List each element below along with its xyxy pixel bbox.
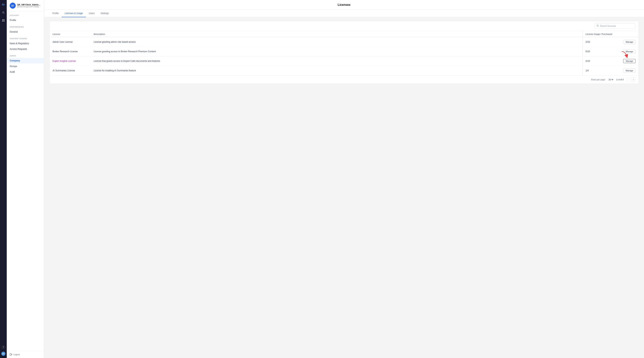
search-input[interactable] bbox=[600, 25, 634, 27]
usage-cell-2: 2/10 bbox=[582, 56, 620, 66]
tab-settings[interactable]: Settings bbox=[98, 10, 112, 17]
sidebar-user-details: QA_UM Client_Admin_User gausermanagement… bbox=[17, 4, 41, 8]
sidebar-item-general[interactable]: General bbox=[7, 29, 44, 35]
main-header: Licenses bbox=[44, 0, 644, 10]
sidebar-user-name: QA_UM Client_Admin_User bbox=[17, 4, 41, 6]
prev-page-button[interactable]: ‹ bbox=[626, 77, 630, 82]
description-cell-3: License for enabling AI Summaries featur… bbox=[91, 66, 582, 75]
licenses-card: License Description License Usage / Purc… bbox=[49, 21, 639, 84]
tabs-bar: ProfileLicenses & UsageUsersSettings bbox=[44, 10, 644, 17]
sidebar-section-account: ACCOUNT bbox=[7, 12, 44, 18]
sidebar-user-info: QC QA_UM Client_Admin_User gausermanagem… bbox=[7, 0, 44, 12]
table-row: AI Summaries LicenseLicense for enabling… bbox=[50, 66, 638, 75]
tab-profile[interactable]: Profile bbox=[49, 10, 62, 17]
svg-rect-4 bbox=[4, 19, 4, 20]
sidebar-item-news[interactable]: News & Regulatory bbox=[7, 41, 44, 46]
tab-users[interactable]: Users bbox=[86, 10, 98, 17]
table-header: License Description License Usage / Purc… bbox=[50, 31, 638, 37]
search-icon bbox=[596, 25, 599, 28]
sidebar-item-groups[interactable]: Groups bbox=[7, 64, 44, 69]
sidebar-user-email: gausermanagement+24@alpha-sense... bbox=[17, 6, 41, 8]
table-row: Broker Research LicenseLicense granting … bbox=[50, 47, 638, 56]
svg-rect-6 bbox=[4, 21, 4, 22]
logout-icon bbox=[10, 353, 12, 356]
sidebar-item-access-requests[interactable]: Access Requests bbox=[7, 46, 44, 52]
svg-rect-7 bbox=[10, 353, 12, 355]
pagination-nav: ‹ › bbox=[626, 77, 636, 82]
description-cell-0: License granting admin role based access bbox=[91, 37, 582, 47]
svg-line-10 bbox=[598, 26, 599, 27]
action-cell-2: Manage bbox=[620, 56, 638, 66]
app-logo[interactable]: AI bbox=[1, 2, 6, 7]
main-content: Licenses ProfileLicenses & UsageUsersSet… bbox=[44, 0, 644, 358]
licenses-table: License Description License Usage / Purc… bbox=[50, 31, 638, 75]
rows-per-page-select[interactable]: 10 25 50 bbox=[608, 78, 614, 81]
usage-cell-3: 1/4 bbox=[582, 66, 620, 75]
action-cell-3: Manage bbox=[620, 66, 638, 75]
logout-button[interactable]: Logout bbox=[7, 351, 44, 358]
col-header-usage: License Usage / Purchased bbox=[582, 31, 620, 37]
sidebar-section-content-access: CONTENT ACCESS bbox=[7, 35, 44, 41]
svg-rect-3 bbox=[2, 19, 3, 20]
description-cell-2: License that grants access to Expert Cal… bbox=[91, 56, 582, 66]
table-row: Expert Insights LicenseLicense that gran… bbox=[50, 56, 638, 66]
next-page-button[interactable]: › bbox=[631, 77, 636, 82]
sidebar-section-admin: ADMIN bbox=[7, 52, 44, 58]
sidebar: QC QA_UM Client_Admin_User gausermanagem… bbox=[7, 0, 44, 358]
license-cell-2: Expert Insights License bbox=[50, 56, 91, 66]
col-header-description: Description bbox=[91, 31, 582, 37]
tab-licenses[interactable]: Licenses & Usage bbox=[62, 10, 86, 17]
logout-label: Logout bbox=[14, 353, 20, 355]
pagination-bar: Rows per page: 10 25 50 1–4 of 4 ‹ › bbox=[50, 75, 638, 84]
icon-bar: AI ? QC bbox=[0, 0, 7, 358]
help-icon[interactable]: ? bbox=[2, 345, 5, 349]
license-cell-3: AI Summaries License bbox=[50, 66, 91, 75]
col-header-action bbox=[620, 31, 638, 37]
license-cell-0: Admin User License bbox=[50, 37, 91, 47]
svg-point-1 bbox=[2, 12, 4, 13]
svg-rect-5 bbox=[2, 21, 3, 22]
sidebar-item-profile[interactable]: Profile bbox=[7, 18, 44, 23]
col-header-license: License bbox=[50, 31, 91, 37]
svg-point-9 bbox=[597, 25, 598, 26]
search-box[interactable] bbox=[594, 23, 636, 29]
search-nav-icon[interactable] bbox=[1, 11, 6, 15]
manage-button-1[interactable]: Manage bbox=[623, 49, 636, 54]
sidebar-item-company[interactable]: Company bbox=[7, 58, 44, 64]
table-row: Admin User LicenseLicense granting admin… bbox=[50, 37, 638, 47]
user-avatar-small[interactable]: QC bbox=[1, 352, 6, 356]
content-area: License Description License Usage / Purc… bbox=[44, 17, 644, 358]
card-search-area bbox=[50, 21, 638, 31]
usage-cell-0: 2/10 bbox=[582, 37, 620, 47]
sidebar-section-preferences: PREFERENCES bbox=[7, 23, 44, 29]
license-link-2[interactable]: Expert Insights License bbox=[52, 60, 76, 62]
sidebar-avatar: QC bbox=[10, 3, 16, 9]
sidebar-item-audit[interactable]: Audit bbox=[7, 69, 44, 75]
description-cell-1: License granting access to Broker Resear… bbox=[91, 47, 582, 56]
manage-button-3[interactable]: Manage bbox=[623, 69, 636, 73]
manage-button-0[interactable]: Manage bbox=[623, 40, 636, 44]
grid-nav-icon[interactable] bbox=[1, 18, 6, 23]
manage-button-2[interactable]: Manage bbox=[623, 59, 636, 63]
action-cell-1: Manage bbox=[620, 47, 638, 56]
svg-line-2 bbox=[4, 13, 5, 14]
page-title: Licenses bbox=[49, 3, 639, 7]
license-cell-1: Broker Research License bbox=[50, 47, 91, 56]
table-body: Admin User LicenseLicense granting admin… bbox=[50, 37, 638, 75]
rows-per-page-label: Rows per page: bbox=[591, 78, 606, 81]
usage-cell-1: 0/10 bbox=[582, 47, 620, 56]
svg-text:AI: AI bbox=[2, 3, 4, 6]
pagination-info: 1–4 of 4 bbox=[616, 78, 624, 81]
action-cell-0: Manage bbox=[620, 37, 638, 47]
